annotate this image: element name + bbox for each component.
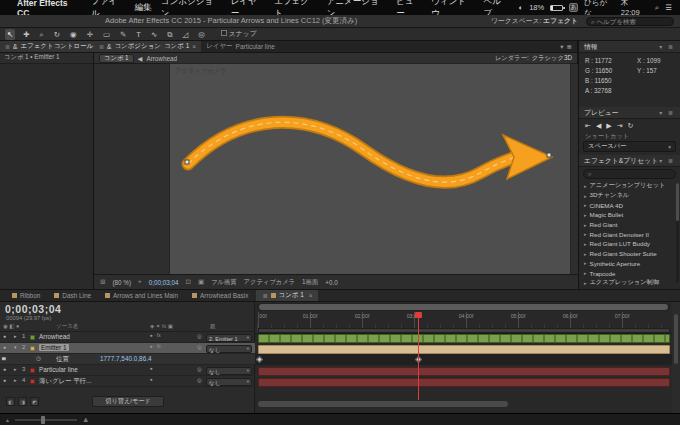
effect-controls-breadcrumb[interactable]: コンポ 1 • Emitter 1 [0,53,93,64]
previous-frame-button[interactable]: ◀ [596,122,601,130]
tab-dash-line[interactable]: Dash Line [48,290,97,301]
effects-panel-header[interactable]: エフェクト&プリセット ▾ ≣ [579,155,680,167]
display-icon[interactable]: ◐ [519,3,524,12]
timeline-zoom-slider[interactable] [15,419,77,421]
battery-icon[interactable] [550,5,563,11]
expander-icon[interactable]: ▸ [584,183,587,189]
pickwhip-icon[interactable]: ◎ [197,377,202,383]
path-handle-end[interactable] [547,153,551,157]
expander-icon[interactable]: ▸ [584,251,587,257]
property-value[interactable]: 1777.7,540.0,86.4 [100,355,152,362]
layer-bar-particular-line[interactable] [258,367,670,376]
layer-switches[interactable]: ● ∙ fx [150,333,161,338]
snap-checkbox[interactable] [221,30,227,36]
effects-category[interactable]: ▸Trapcode [579,268,680,278]
workspace-selector[interactable]: ワークスペース: エフェクト [491,16,578,26]
label-color-chip[interactable] [30,368,35,373]
panel-menu-icon[interactable]: ▾ ≣ [659,157,675,164]
timeline-horizontal-scrollbar[interactable] [258,401,508,407]
view-layout-popup[interactable]: 1画面 [302,278,318,287]
layer-name[interactable]: Emitter 1 [39,344,69,351]
expander-icon[interactable]: ▸ [584,212,587,218]
property-name[interactable]: 位置 [56,355,69,364]
property-row-position[interactable]: ◀ ◆ ▶ ◷ 位置 1777.7,540.0,86.4 [0,354,255,365]
selection-tool-icon[interactable]: ↖ [5,29,15,40]
orbit-tool-icon[interactable]: ↻ [52,29,62,40]
parent-dropdown[interactable]: なし▾ [206,367,252,375]
expander-icon[interactable]: ▸ [584,280,587,286]
work-area-bar[interactable] [258,328,670,333]
expand-layers-toggle[interactable]: ◧ [6,397,15,406]
effects-category[interactable]: ▸Red Giant LUT Buddy [579,239,680,249]
flow-item[interactable]: Arrowhead [146,55,176,62]
current-time-display[interactable]: 0;00;03;04 [149,279,179,286]
effects-category[interactable]: ▸3Dチャンネル [579,191,680,201]
expander-icon[interactable]: ▾ [14,344,17,350]
effects-category[interactable]: ▸Synthetic Aperture [579,259,680,269]
close-icon[interactable]: × [309,292,313,299]
layer-switches[interactable]: ● ∙ fx [150,344,161,349]
panel-menu-icon[interactable]: ≣ [262,292,267,300]
help-search-input[interactable]: ⌕ ヘルプを検索 [586,17,674,26]
layer-row-emitter[interactable]: ● ▾ 2 Emitter 1 ● ∙ fx ◎ なし▾ [0,343,255,354]
expander-icon[interactable]: ▸ [584,231,587,237]
label-color-chip[interactable] [30,335,35,340]
layer-switches[interactable]: ● [150,377,153,382]
toggle-switches-modes-button[interactable]: 切り替え/モード [92,396,164,407]
expander-icon[interactable]: ▸ [14,366,17,372]
pan-behind-tool-icon[interactable]: ✛ [85,29,95,40]
play-button[interactable]: ▶ [606,122,611,130]
view-popup[interactable]: アクティブカメラ [244,278,296,287]
clone-stamp-tool-icon[interactable]: ⧉ [165,29,174,40]
stopwatch-icon[interactable]: ◷ [36,355,41,361]
expander-icon[interactable]: ▸ [14,333,17,339]
zoom-in-mountain-icon[interactable]: ▲ [82,415,89,424]
expander-icon[interactable]: ▸ [14,377,17,383]
label-color-chip[interactable] [30,379,35,384]
shape-tool-icon[interactable]: ▭ [101,29,112,40]
brush-tool-icon[interactable]: ∿ [149,29,159,40]
time-navigator[interactable] [257,303,670,311]
snapshot-icon[interactable]: ⊡ [185,278,190,286]
parent-dropdown[interactable]: なし▾ [206,378,252,386]
transfer-controls-toggle[interactable]: ◩ [30,397,39,406]
effects-category[interactable]: ▸Red Giant [579,220,680,230]
layer-row-solid[interactable]: ● ▸ 4 薄いグレー 平行... ● ◎ なし▾ [0,376,255,387]
parent-dropdown[interactable]: なし▾ [206,345,252,353]
tab-layer-viewer[interactable]: レイヤー Particular line [201,41,280,52]
ime-icon[interactable]: あ [569,3,578,12]
layer-bar-emitter[interactable] [258,345,670,354]
close-icon[interactable]: × [192,43,196,50]
effects-category[interactable]: ▸アニメーションプリセット [579,181,680,191]
comp-nav-chip[interactable]: コンポ 1 [99,54,134,63]
effects-category[interactable]: ▸Red Giant Shooter Suite [579,249,680,259]
tab-arrows-and-lines-main[interactable]: Arrows and Lines Main [99,290,184,301]
composition-canvas[interactable]: アクティブカメラ [170,64,570,274]
label-color-chip[interactable] [30,346,35,351]
panel-menu-icon[interactable]: ▾ ≣ [659,43,675,50]
resolution-popup[interactable]: フル画質 [211,278,236,287]
expander-icon[interactable]: ▸ [584,241,587,247]
effects-category[interactable]: ▸Red Giant Denoiser II [579,229,680,239]
panel-options-button[interactable]: ▾ ≣ [555,41,577,52]
effects-category[interactable]: ▸CINEMA 4D [579,200,680,210]
expander-icon[interactable]: ▸ [584,270,587,276]
layer-name[interactable]: Arrowhead [39,333,70,340]
safe-areas-icon[interactable]: ⌖ [138,278,142,286]
panel-menu-icon[interactable]: ▾ ≣ [659,109,675,116]
layer-row-arrowhead[interactable]: ● ▸ 1 Arrowhead ● ∙ fx ◎ 2. Emitter 1▾ [0,332,255,343]
layer-switches[interactable]: ● [150,366,153,371]
eye-icon[interactable]: ● [3,333,6,339]
panel-menu-icon[interactable]: ≣ [5,43,10,50]
effects-search-input[interactable]: ⌕ [583,169,676,179]
source-name-header[interactable]: ソース名 [56,323,78,330]
first-frame-button[interactable]: ⇤ [585,122,591,130]
tab-comp-1[interactable]: ≣ コンポ 1 × [256,290,318,301]
layer-bar-arrowhead[interactable] [258,334,670,343]
effects-category[interactable]: ▸Magic Bullet [579,210,680,220]
layer-name[interactable]: 薄いグレー 平行... [39,377,91,386]
camera-tool-icon[interactable]: ◉ [68,29,79,40]
layer-bar-solid[interactable] [258,378,670,387]
channels-icon[interactable]: ▣ [198,278,204,286]
parent-dropdown[interactable]: 2. Emitter 1▾ [206,334,252,342]
